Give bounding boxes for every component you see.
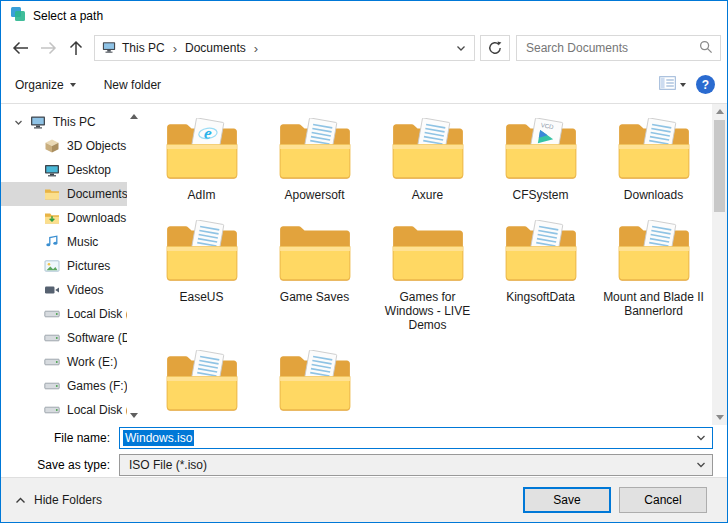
file-item-label: Game Saves: [280, 290, 349, 304]
chevron-down-icon: [70, 83, 76, 87]
help-button[interactable]: ?: [696, 75, 715, 94]
address-dropdown-icon[interactable]: [451, 45, 471, 52]
file-name-value[interactable]: Windows.iso: [123, 430, 194, 446]
folder-icon: [276, 350, 354, 419]
folder-icon: e: [163, 118, 241, 187]
file-item-game-saves[interactable]: Game Saves: [258, 214, 371, 332]
file-item-mount-and-blade-ii-bannerlord[interactable]: Mount and Blade II Bannerlord: [597, 214, 710, 332]
hide-folders-button[interactable]: Hide Folders: [15, 493, 102, 507]
scroll-up-icon[interactable]: [712, 104, 727, 119]
search-placeholder: Search Documents: [526, 41, 699, 55]
chevron-down-icon[interactable]: [14, 118, 23, 127]
file-list-scrollbar[interactable]: [712, 104, 727, 425]
scroll-up-icon[interactable]: [130, 108, 138, 122]
file-item-partial[interactable]: [258, 344, 371, 419]
file-item-easeus[interactable]: EaseUS: [145, 214, 258, 332]
view-mode-icon: [659, 76, 676, 93]
pictures-icon: [44, 258, 60, 274]
drive-icon: [44, 402, 60, 418]
music-icon: [44, 234, 60, 250]
drive-icon: [44, 378, 60, 394]
footer-buttons: Save Cancel: [523, 487, 707, 513]
search-box[interactable]: Search Documents: [516, 35, 721, 61]
sidebar-scrollbar[interactable]: [127, 104, 141, 425]
toolbar-right: ?: [659, 75, 715, 94]
chevron-down-icon[interactable]: [696, 434, 706, 441]
forward-button[interactable]: [35, 36, 61, 60]
folder-icon: [389, 118, 467, 187]
sidebar-item-label: 3D Objects: [67, 139, 126, 153]
folder-icon: VCD: [502, 118, 580, 187]
breadcrumb-separator-icon[interactable]: ›: [252, 41, 260, 56]
save-as-type-select[interactable]: ISO File (*.iso): [119, 454, 713, 476]
scroll-down-icon[interactable]: [712, 410, 727, 425]
back-button[interactable]: [7, 36, 33, 60]
file-item-cfsystem[interactable]: VCDCFSystem: [484, 112, 597, 202]
file-item-label: Axure: [412, 188, 443, 202]
titlebar: Select a path: [1, 1, 727, 30]
scroll-down-icon[interactable]: [130, 407, 138, 421]
sidebar-item-software-d[interactable]: Software (D:): [1, 326, 127, 350]
file-item-partial[interactable]: [145, 344, 258, 419]
breadcrumb-documents[interactable]: Documents: [182, 41, 249, 55]
file-item-label: Apowersoft: [284, 188, 344, 202]
cancel-button[interactable]: Cancel: [619, 487, 707, 513]
3d-objects-icon: [44, 138, 60, 154]
sidebar-item-downloads[interactable]: Downloads: [1, 206, 127, 230]
sidebar-item-work-e[interactable]: Work (E:): [1, 350, 127, 374]
file-name-input[interactable]: Windows.iso: [119, 427, 713, 449]
sidebar-item-this-pc[interactable]: This PC: [1, 110, 127, 134]
sidebar-item-music[interactable]: Music: [1, 230, 127, 254]
folder-icon: [163, 220, 241, 289]
file-item-adim[interactable]: eAdIm: [145, 112, 258, 202]
sidebar-item-label: Music: [67, 235, 98, 249]
scrollbar-thumb[interactable]: [714, 120, 725, 212]
file-item-label: Games for Windows - LIVE Demos: [377, 290, 479, 332]
chevron-down-icon[interactable]: [696, 461, 706, 468]
videos-icon: [44, 282, 60, 298]
pc-icon: [30, 114, 46, 130]
file-item-games-for-windows-live-demos[interactable]: Games for Windows - LIVE Demos: [371, 214, 484, 332]
address-bar[interactable]: This PC › Documents ›: [94, 35, 475, 61]
sidebar-item-local-disk-g[interactable]: Local Disk (G:): [1, 398, 127, 422]
chevron-down-icon: [680, 83, 686, 87]
breadcrumb-separator-icon[interactable]: ›: [171, 41, 179, 56]
save-button[interactable]: Save: [523, 487, 611, 513]
file-item-axure[interactable]: Axure: [371, 112, 484, 202]
file-item-apowersoft[interactable]: Apowersoft: [258, 112, 371, 202]
file-item-kingsoftdata[interactable]: KingsoftData: [484, 214, 597, 332]
sidebar-item-label: This PC: [53, 115, 96, 129]
sidebar-item-label: Downloads: [67, 211, 126, 225]
change-view-button[interactable]: [659, 76, 686, 93]
sidebar-item-local-disk-c[interactable]: Local Disk (C:): [1, 302, 127, 326]
drive-icon: [44, 306, 60, 322]
refresh-button[interactable]: [480, 35, 510, 61]
chevron-up-icon: [15, 493, 26, 507]
search-icon[interactable]: [699, 40, 713, 57]
sidebar-item-label: Work (E:): [67, 355, 117, 369]
sidebar-item-label: Videos: [67, 283, 103, 297]
up-button[interactable]: [63, 36, 89, 60]
sidebar-item-3d-objects[interactable]: 3D Objects: [1, 134, 127, 158]
sidebar-item-videos[interactable]: Videos: [1, 278, 127, 302]
sidebar-item-label: Software (D:): [67, 331, 127, 345]
sidebar-item-label: Desktop: [67, 163, 111, 177]
dialog-footer: Hide Folders Save Cancel: [1, 477, 727, 522]
folder-icon: [615, 118, 693, 187]
downloads-icon: [44, 210, 60, 226]
select-path-dialog: Select a path This PC › Documents › Sear…: [0, 0, 728, 523]
sidebar-item-pictures[interactable]: Pictures: [1, 254, 127, 278]
window-title: Select a path: [33, 9, 103, 23]
sidebar-item-documents[interactable]: Documents: [1, 182, 127, 206]
organize-label: Organize: [15, 78, 64, 92]
save-as-type-label: Save as type:: [1, 458, 119, 472]
sidebar-item-desktop[interactable]: Desktop: [1, 158, 127, 182]
file-item-label: KingsoftData: [506, 290, 575, 304]
new-folder-button[interactable]: New folder: [104, 78, 161, 92]
breadcrumb-this-pc[interactable]: This PC: [119, 41, 168, 55]
file-item-downloads[interactable]: Downloads: [597, 112, 710, 202]
sidebar-item-label: Games (F:): [67, 379, 127, 393]
organize-button[interactable]: Organize: [15, 78, 76, 92]
sidebar-item-games-f[interactable]: Games (F:): [1, 374, 127, 398]
file-item-label: CFSystem: [512, 188, 568, 202]
